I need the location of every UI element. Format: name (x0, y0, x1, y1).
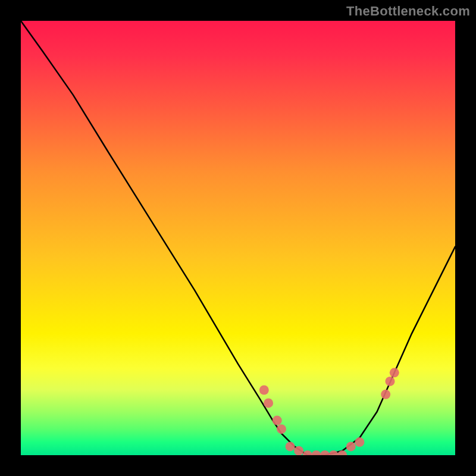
data-point (311, 450, 321, 455)
curve-path (21, 21, 455, 455)
data-point (294, 446, 303, 455)
data-point (390, 368, 399, 377)
data-point (303, 450, 312, 455)
data-point (381, 390, 390, 399)
data-point (386, 377, 395, 386)
plot-area (21, 21, 455, 455)
chart-frame: TheBottleneck.com (0, 0, 476, 476)
data-point (346, 441, 356, 451)
data-point (273, 416, 282, 425)
data-point (264, 398, 273, 408)
data-point (329, 450, 339, 455)
data-point (259, 386, 269, 395)
data-point (277, 424, 286, 434)
data-point (320, 450, 330, 455)
data-point (355, 437, 364, 447)
watermark-label: TheBottleneck.com (346, 4, 470, 19)
bottleneck-curve (21, 21, 455, 455)
data-point (286, 441, 295, 451)
